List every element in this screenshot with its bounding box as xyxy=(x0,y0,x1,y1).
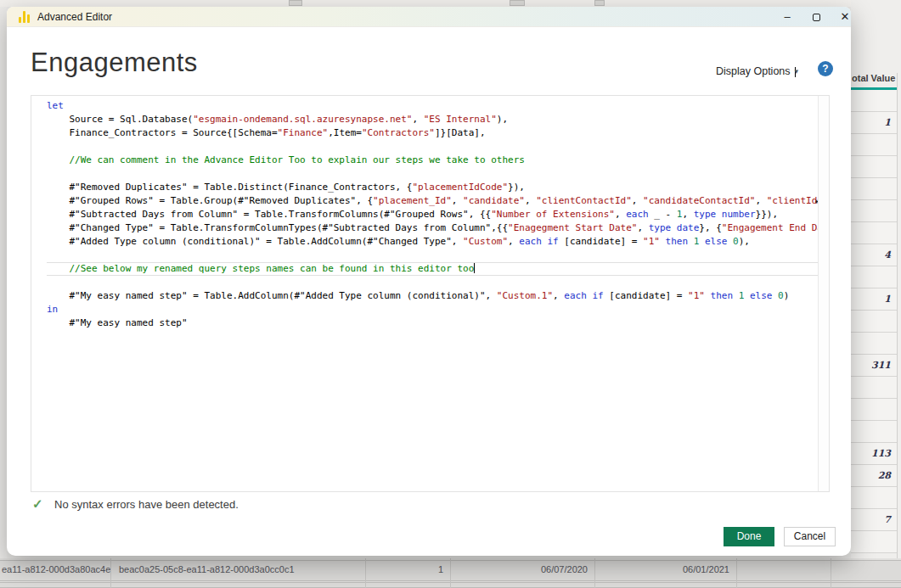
code-line[interactable]: #"Added Type column (conditional)" = Tab… xyxy=(47,235,818,249)
code-token: "clientId" xyxy=(767,195,818,206)
code-token: //See below my renamed query steps names… xyxy=(47,263,474,274)
grid-line xyxy=(736,558,737,588)
table-row xyxy=(851,399,897,421)
code-token: , xyxy=(755,195,766,206)
code-token: ) xyxy=(784,290,790,301)
code-token: Source = Sql.Database( xyxy=(47,114,193,125)
done-button[interactable]: Done xyxy=(724,527,774,546)
code-line[interactable]: #"Subtracted Days from Column" = Table.T… xyxy=(47,208,818,221)
code-line[interactable]: #"My easy named step" = Table.AddColumn(… xyxy=(47,289,818,303)
window-title: Advanced Editor xyxy=(37,11,112,23)
code-line[interactable] xyxy=(47,140,818,154)
code-line[interactable] xyxy=(47,167,818,181)
code-token: let xyxy=(47,100,64,111)
code-token: then xyxy=(666,236,689,247)
code-token: #"Removed Duplicates" = Table.Distinct(F… xyxy=(47,182,412,193)
code-line[interactable]: Finance_Contractors = Source{[Schema="Fi… xyxy=(47,126,818,140)
code-token: "1" xyxy=(643,236,660,247)
ribbon-strip xyxy=(0,0,901,7)
code-line[interactable]: #"My easy named step" xyxy=(47,316,818,330)
code-line[interactable]: #"Grouped Rows" = Table.Group(#"Removed … xyxy=(47,194,818,208)
maximize-button[interactable] xyxy=(803,7,829,27)
code-token: "placementIdCode" xyxy=(412,182,508,193)
help-button[interactable]: ? xyxy=(818,61,833,76)
code-line[interactable] xyxy=(47,276,818,289)
code-token: 0 xyxy=(733,236,739,247)
code-token: in xyxy=(47,304,58,315)
code-token xyxy=(733,290,739,301)
code-token: #"Grouped Rows" = Table.Group(#"Removed … xyxy=(47,195,373,206)
advanced-editor-dialog: Advanced Editor – ✕ Engagements Display … xyxy=(7,7,851,556)
table-row xyxy=(851,156,897,178)
code-editor[interactable]: let Source = Sql.Database("esgmain-ondem… xyxy=(31,95,830,492)
code-line[interactable]: #"Removed Duplicates" = Table.Distinct(F… xyxy=(47,181,818,194)
grid-line xyxy=(450,558,451,588)
code-token: //We can comment in the Advance Editor T… xyxy=(47,154,525,165)
code-token xyxy=(716,209,722,220)
background-left-sliver: e xyxy=(0,7,7,558)
powerbi-icon xyxy=(19,11,31,23)
code-token: ), xyxy=(739,236,750,247)
table-row: 1 xyxy=(851,112,897,134)
code-token: "Engagement End Date" xyxy=(722,222,818,233)
cancel-button[interactable]: Cancel xyxy=(784,527,836,546)
code-token xyxy=(688,236,694,247)
code-token: 0 xyxy=(778,290,784,301)
code-token: , xyxy=(412,114,423,125)
title-bar[interactable]: Advanced Editor – ✕ xyxy=(7,7,851,27)
code-token: #"My easy named step" = Table.AddColumn(… xyxy=(47,290,497,301)
code-token xyxy=(744,290,750,301)
code-line[interactable]: Source = Sql.Database("esgmain-ondemand.… xyxy=(47,113,818,126)
code-token: "clientContactId" xyxy=(536,195,632,206)
code-token: each xyxy=(564,290,587,301)
grid-line xyxy=(594,558,595,588)
code-token: if xyxy=(592,290,603,301)
close-button[interactable]: ✕ xyxy=(832,7,858,27)
table-row: 7 xyxy=(851,509,897,531)
table-row: 28 xyxy=(851,465,897,487)
grid-line xyxy=(365,558,366,588)
code-token: , xyxy=(525,195,536,206)
text-caret xyxy=(474,263,475,273)
table-row xyxy=(851,531,897,553)
background-spreadsheet-column: otal Value 141311113287 xyxy=(851,0,901,588)
table-row xyxy=(851,266,897,288)
grid-line xyxy=(110,558,111,588)
ribbon-fragment xyxy=(510,0,525,6)
code-token: , xyxy=(615,209,626,220)
code-token: Finance_Contractors = Source{[Schema= xyxy=(47,127,278,138)
code-token xyxy=(660,236,666,247)
code-token: #"Added Type column (conditional)" = Tab… xyxy=(47,236,463,247)
check-icon: ✓ xyxy=(32,496,43,512)
vertical-scrollbar[interactable] xyxy=(818,96,829,491)
status-message: No syntax errors have been detected. xyxy=(54,498,239,511)
code-line[interactable]: #"Changed Type" = Table.TransformColumnT… xyxy=(47,221,818,235)
display-options-dropdown[interactable]: Display Options▾ xyxy=(716,65,796,77)
table-row xyxy=(851,90,897,112)
table-cell: 1 xyxy=(365,564,443,574)
table-row xyxy=(851,377,897,399)
code-token xyxy=(699,236,705,247)
code-token: , xyxy=(637,222,648,233)
code-token: "Enagegment Start Date" xyxy=(508,222,637,233)
page-title: Engagements xyxy=(31,48,198,78)
table-row: 113 xyxy=(851,443,897,465)
code-token: else xyxy=(705,236,728,247)
table-row: 311 xyxy=(851,355,897,377)
table-row xyxy=(851,311,897,333)
code-token: "Contractors" xyxy=(362,127,435,138)
minimize-button[interactable]: – xyxy=(774,7,800,27)
code-line[interactable]: //We can comment in the Advance Editor T… xyxy=(47,154,818,167)
code-token: , xyxy=(452,195,463,206)
code-line[interactable]: in xyxy=(47,303,818,316)
code-token: , xyxy=(553,290,564,301)
code-token: "placement_Id" xyxy=(373,195,452,206)
code-token: "candidateContactId" xyxy=(643,195,755,206)
code-token: , xyxy=(682,209,693,220)
code-line[interactable] xyxy=(47,249,818,262)
code-area[interactable]: let Source = Sql.Database("esgmain-ondem… xyxy=(31,96,818,491)
ribbon-fragment xyxy=(594,0,605,6)
code-line[interactable]: let xyxy=(47,99,818,113)
grid-line xyxy=(897,73,898,588)
code-line[interactable]: //See below my renamed query steps names… xyxy=(47,262,818,276)
